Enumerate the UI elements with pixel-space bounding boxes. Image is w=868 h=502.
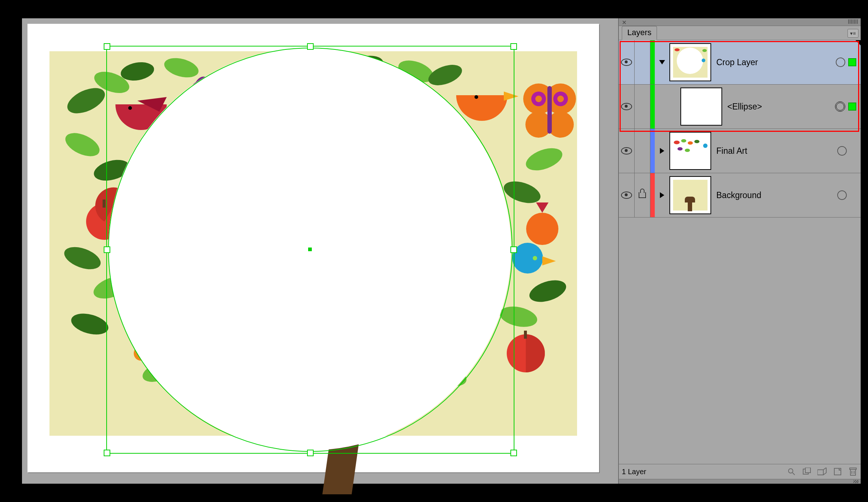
layer-thumbnail[interactable] [669,176,711,214]
svg-point-11 [474,95,478,99]
svg-rect-43 [524,331,527,339]
layer-color-bar [650,173,655,217]
current-layer-indicator [856,40,861,45]
layers-panel: ✕ Layers ▾≡ [618,18,861,484]
svg-rect-56 [834,468,841,475]
layer-name-label[interactable]: Background [716,190,837,200]
document-canvas[interactable] [22,18,618,484]
svg-point-0 [63,83,108,118]
tab-layers[interactable]: Layers [622,26,657,40]
locate-object-button[interactable] [787,468,796,476]
svg-point-20 [557,96,564,102]
selection-handle-w[interactable] [104,246,110,253]
svg-point-39 [533,256,537,260]
svg-rect-54 [805,468,810,473]
svg-rect-21 [547,86,552,134]
layer-name-label[interactable]: Final Art [716,146,837,156]
expand-toggle[interactable] [655,148,669,154]
svg-rect-58 [850,468,856,469]
panel-tabs: Layers ▾≡ [619,26,861,40]
expand-toggle[interactable] [655,192,669,198]
svg-point-22 [62,128,103,161]
layer-color-bar [650,129,655,173]
layer-color-bar [650,40,655,84]
selection-handle-nw[interactable] [104,43,110,50]
lock-toggle[interactable] [635,40,650,84]
lock-icon [639,192,646,198]
layer-thumbnail[interactable] [669,132,711,170]
panel-titlebar[interactable]: ✕ [619,18,861,26]
svg-point-35 [526,213,558,245]
layer-name-label[interactable]: Crop Layer [716,57,836,67]
svg-marker-36 [536,202,548,213]
svg-point-41 [498,304,539,330]
artboard[interactable] [27,24,599,472]
svg-line-52 [793,473,795,475]
delete-layer-button[interactable] [848,468,858,476]
chevron-right-icon [660,192,664,198]
chevron-right-icon [660,148,664,154]
new-layer-button[interactable] [833,468,842,476]
visibility-toggle[interactable] [619,173,635,217]
layer-thumbnail[interactable] [680,88,722,126]
eye-icon [621,147,632,155]
panel-footer: 1 Layer [619,464,861,479]
panel-resize-grip[interactable] [619,479,861,484]
layer-row-ellipse[interactable]: <Ellipse> [619,85,861,129]
eye-icon [621,103,632,110]
lock-toggle[interactable] [635,85,650,129]
svg-point-12 [426,61,465,89]
make-clipping-mask-button[interactable] [802,468,812,476]
layer-row-crop[interactable]: Crop Layer [619,40,861,85]
svg-point-4 [162,55,200,81]
layer-count-status: 1 Layer [622,468,646,476]
svg-point-40 [527,276,569,306]
svg-marker-38 [542,256,556,265]
panel-collapse-icon[interactable] [848,19,858,24]
target-icon[interactable] [837,146,847,156]
layer-color-bar [650,85,655,129]
visibility-toggle[interactable] [619,40,635,84]
eye-icon [621,59,632,66]
svg-point-3 [128,106,132,110]
target-icon[interactable] [836,57,845,67]
svg-point-51 [788,469,793,473]
svg-rect-57 [850,469,856,475]
selection-handle-ne[interactable] [510,43,517,50]
eye-icon [621,191,632,199]
layer-name-label[interactable]: <Ellipse> [727,102,835,112]
svg-rect-27 [103,200,106,208]
selection-indicator[interactable] [848,58,856,66]
selection-handle-n[interactable] [307,43,314,50]
svg-point-19 [535,96,542,102]
selection-handle-sw[interactable] [104,450,110,456]
svg-point-28 [61,243,104,274]
selection-handle-s[interactable] [307,450,314,456]
chevron-down-icon [659,60,665,64]
visibility-toggle[interactable] [619,85,635,129]
selection-center-point[interactable] [308,248,312,251]
selection-handle-e[interactable] [510,246,517,253]
target-icon[interactable] [835,101,845,112]
svg-point-30 [69,310,111,338]
lock-toggle[interactable] [635,129,650,173]
layer-row-finalart[interactable]: Final Art [619,129,861,173]
new-sublayer-button[interactable] [817,468,827,476]
svg-point-33 [523,144,565,175]
visibility-toggle[interactable] [619,129,635,173]
layer-thumbnail[interactable] [669,43,711,81]
selection-indicator[interactable] [848,103,856,111]
svg-rect-55 [817,470,823,475]
svg-marker-10 [504,92,518,101]
layer-row-background[interactable]: Background [619,173,861,217]
layers-list[interactable]: Crop Layer <Ellipse> [619,40,861,464]
close-icon[interactable]: ✕ [622,19,627,26]
target-icon[interactable] [837,190,847,200]
selection-handle-se[interactable] [510,450,517,456]
lock-toggle[interactable] [635,173,650,217]
panel-menu-button[interactable]: ▾≡ [847,29,858,38]
expand-toggle[interactable] [655,60,669,64]
